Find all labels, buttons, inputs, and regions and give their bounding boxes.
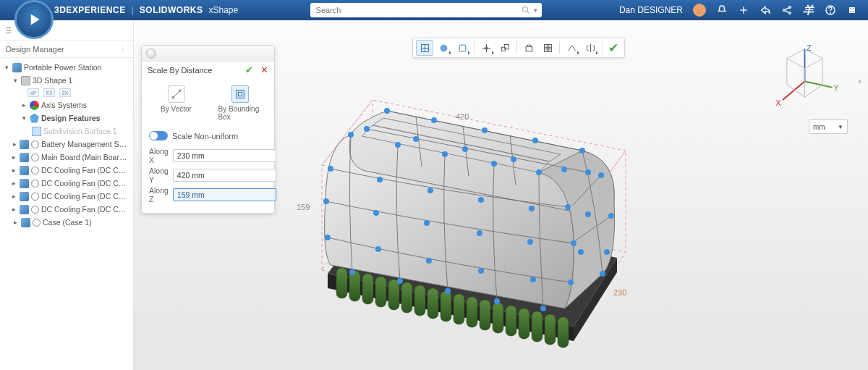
- svg-rect-31: [545, 314, 556, 345]
- tree-design-features[interactable]: ▾ Design Features: [3, 112, 133, 125]
- svg-point-6: [789, 12, 791, 14]
- svg-point-73: [608, 213, 614, 219]
- tree-component-label: Case (Case 1): [43, 218, 92, 227]
- notifications-icon[interactable]: [716, 4, 728, 16]
- tree-component[interactable]: ▸DC Cooling Fan (DC Cooling F…: [3, 190, 133, 203]
- tree-component[interactable]: ▸DC Cooling Fan (DC Cooling F…: [3, 203, 133, 216]
- svg-rect-29: [519, 308, 529, 339]
- link-icon: [31, 180, 39, 188]
- svg-point-71: [585, 169, 591, 175]
- format-tags: xP F2 2X: [3, 87, 133, 98]
- panel-menu-icon[interactable]: ⋮: [119, 44, 127, 54]
- along-x-input[interactable]: [173, 149, 276, 162]
- mode-by-vector[interactable]: By Vector: [155, 85, 198, 121]
- dialog-close-icon[interactable]: ✕: [260, 64, 268, 75]
- svg-point-61: [384, 108, 390, 114]
- mode-by-bbox[interactable]: By Bounding Box: [218, 85, 262, 121]
- dialog-ok-icon[interactable]: ✔: [245, 64, 253, 75]
- tree-axis-systems[interactable]: ▸ Axis Systems: [3, 98, 133, 112]
- display-mode-button[interactable]: [435, 40, 452, 56]
- scale-button[interactable]: [496, 40, 514, 56]
- user-name[interactable]: Dan DESIGNER: [619, 5, 683, 15]
- part-icon: [20, 140, 29, 149]
- svg-rect-27: [493, 303, 503, 333]
- svg-point-45: [373, 210, 379, 216]
- svg-point-72: [598, 172, 604, 178]
- svg-rect-97: [236, 91, 244, 98]
- along-z-input[interactable]: [173, 188, 276, 201]
- search-input[interactable]: [315, 5, 521, 15]
- axis-gizmo[interactable]: Z Y X: [770, 43, 839, 112]
- chevron-down-icon: ▼: [838, 124, 843, 130]
- extrude-button[interactable]: [520, 40, 537, 56]
- svg-point-5: [789, 7, 791, 9]
- svg-point-53: [478, 268, 484, 274]
- unit-dropdown[interactable]: mm ▼: [809, 119, 848, 134]
- tree-component[interactable]: ▸DC Cooling Fan (DC Cooling F…: [3, 164, 133, 177]
- manipulate-button[interactable]: [477, 40, 495, 56]
- tree-component[interactable]: ▸Main Board (Main Board - FFF 1): [3, 151, 133, 164]
- svg-point-52: [426, 258, 432, 264]
- symmetry-button[interactable]: [582, 40, 599, 56]
- home-icon[interactable]: [846, 4, 858, 16]
- svg-point-67: [413, 136, 419, 142]
- svg-point-70: [561, 167, 567, 172]
- subdivide-button[interactable]: [539, 40, 556, 56]
- collapse-right-icon[interactable]: ‹: [855, 72, 865, 88]
- user-avatar[interactable]: [693, 4, 706, 17]
- share-icon[interactable]: [760, 4, 771, 16]
- svg-point-33: [348, 132, 354, 138]
- svg-rect-89: [526, 46, 532, 51]
- design-manager-header: Design Manager ⋮: [0, 41, 133, 58]
- tree-root-label: Portable Power Station: [24, 63, 101, 72]
- dimension-z-label: 159: [297, 203, 310, 211]
- tree-subdivision[interactable]: Subdivision Surface.1: [3, 125, 133, 138]
- dialog-handle[interactable]: [142, 46, 274, 62]
- selection-mode-button[interactable]: [454, 40, 471, 56]
- svg-rect-26: [480, 300, 490, 330]
- format-tag[interactable]: xP: [27, 88, 39, 97]
- mode-by-vector-label: By Vector: [161, 105, 192, 113]
- tree-features-label: Design Features: [41, 114, 101, 122]
- add-icon[interactable]: [738, 4, 749, 16]
- crease-button[interactable]: [563, 40, 580, 56]
- svg-point-46: [424, 220, 430, 226]
- svg-point-38: [328, 166, 333, 172]
- compass-play-button[interactable]: [14, 0, 54, 39]
- view-cage-button[interactable]: [416, 40, 433, 56]
- search-icon[interactable]: [521, 5, 531, 15]
- tree-component[interactable]: ▸Battery Management System (…: [3, 138, 133, 151]
- brand-separator: |: [132, 5, 134, 15]
- format-tag[interactable]: F2: [43, 88, 55, 97]
- svg-rect-11: [850, 8, 852, 10]
- brand-block: 3DEXPERIENCE | SOLIDWORKS xShape: [54, 5, 238, 15]
- collaborate-icon[interactable]: [781, 4, 793, 16]
- svg-point-44: [323, 198, 329, 204]
- help-icon[interactable]: [825, 4, 836, 16]
- tree-shape[interactable]: ▾ 3D Shape 1: [3, 74, 133, 87]
- format-tag[interactable]: 2X: [59, 88, 71, 97]
- tree-component-label: Battery Management System (…: [41, 140, 130, 148]
- ifwe-icon[interactable]: ⽺: [803, 4, 814, 16]
- svg-line-80: [783, 81, 804, 100]
- tree-subdivision-label: Subdivision Surface.1: [43, 127, 117, 135]
- link-icon: [31, 154, 39, 161]
- link-icon: [31, 206, 39, 214]
- tree-component[interactable]: ▸Case (Case 1): [3, 216, 133, 229]
- part-icon: [20, 153, 29, 162]
- topbar-right: Dan DESIGNER ⽺: [619, 4, 868, 17]
- svg-point-64: [532, 138, 538, 143]
- along-y-label: Along Y: [149, 167, 169, 184]
- svg-point-42: [529, 206, 535, 211]
- tree-component-label: DC Cooling Fan (DC Cooling F…: [41, 166, 130, 175]
- non-uniform-toggle[interactable]: [149, 131, 168, 140]
- tree-component-label: DC Cooling Fan (DC Cooling F…: [41, 205, 130, 214]
- along-y-input[interactable]: [173, 169, 276, 182]
- svg-rect-22: [427, 288, 438, 319]
- tree-root[interactable]: ▾ Portable Power Station: [3, 61, 133, 74]
- tree-component[interactable]: ▸DC Cooling Fan (DC Cooling F…: [3, 177, 133, 190]
- search-box[interactable]: ▾: [310, 3, 542, 17]
- search-chevron-icon[interactable]: ▾: [534, 7, 537, 14]
- svg-point-43: [565, 204, 571, 210]
- confirm-icon[interactable]: ✔: [605, 41, 621, 56]
